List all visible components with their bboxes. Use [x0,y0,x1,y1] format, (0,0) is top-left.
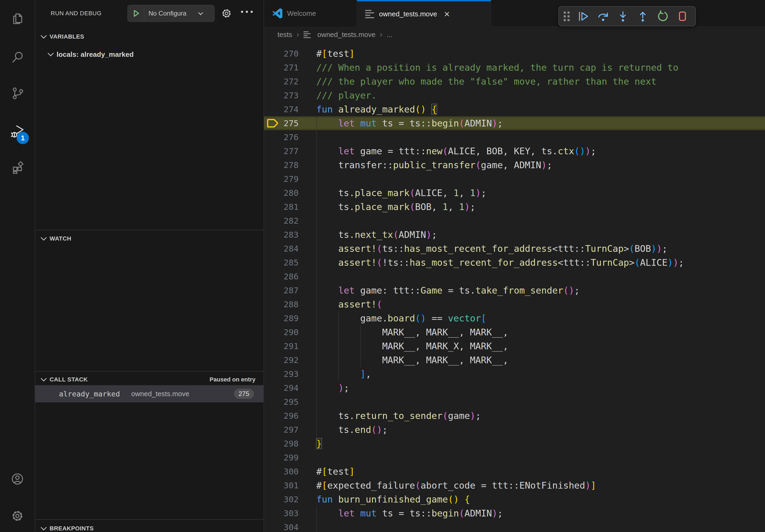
line-number[interactable]: 277 [264,144,299,158]
line-number[interactable]: 278 [264,158,299,172]
continue-icon[interactable] [577,10,589,23]
code-line-296[interactable]: 296 ts.return_to_sender(game); [264,409,765,423]
code-line-282[interactable]: 282 [264,214,765,228]
code-line-298[interactable]: 298} [264,437,765,450]
line-number[interactable]: 270 [264,47,299,61]
stop-icon[interactable] [676,10,689,23]
code-line-275[interactable]: 275 let mut ts = ts::begin(ADMIN); [264,116,765,130]
code-line-299[interactable]: 299 [264,450,765,464]
line-number[interactable]: 288 [264,297,299,311]
step-out-icon[interactable] [637,10,649,23]
code-line-294[interactable]: 294 ); [264,381,765,395]
breadcrumb-item-more[interactable]: ... [387,31,393,39]
code-line-304[interactable]: 304 [264,520,765,532]
code-area[interactable]: 270#[test]271/// When a position is alre… [264,42,765,532]
code-line-272[interactable]: 272/// the player who made the "false" m… [264,75,765,89]
line-number[interactable]: 302 [264,492,299,506]
extensions-icon[interactable] [11,161,24,174]
line-number[interactable]: 281 [264,200,299,214]
code-line-288[interactable]: 288 assert!( [264,297,765,311]
line-number[interactable]: 280 [264,186,299,200]
line-number[interactable]: 301 [264,478,299,492]
breadcrumb-item-file[interactable]: owned_tests.move [318,31,376,39]
search-icon[interactable] [11,51,24,64]
config-dropdown-label[interactable]: No Configura [149,10,198,17]
code-line-297[interactable]: 297 ts.end(); [264,423,765,437]
code-line-295[interactable]: 295 [264,395,765,409]
line-number[interactable]: 291 [264,339,299,353]
call-stack-frame-row[interactable]: already_marked owned_tests.move 275 [35,385,264,402]
code-line-303[interactable]: 303 let mut ts = ts::begin(ADMIN); [264,506,765,520]
account-icon[interactable] [11,472,24,485]
line-number[interactable]: 292 [264,353,299,367]
code-line-291[interactable]: 291 MARK__, MARK_X, MARK__, [264,339,765,353]
more-actions-icon[interactable] [241,11,253,13]
close-icon[interactable]: × [444,9,450,19]
start-debug-config-button[interactable]: No Configura [127,5,215,22]
code-line-289[interactable]: 289 game.board() == vector[ [264,311,765,325]
line-number[interactable]: 294 [264,381,299,395]
variables-section-header[interactable]: VARIABLES [35,30,264,43]
line-number[interactable]: 289 [264,311,299,325]
code-line-292[interactable]: 292 MARK__, MARK__, MARK__, [264,353,765,367]
code-line-284[interactable]: 284 assert!(ts::has_most_recent_for_addr… [264,242,765,256]
line-number[interactable]: 272 [264,75,299,89]
code-line-301[interactable]: 301#[expected_failure(abort_code = ttt::… [264,478,765,492]
tab-welcome[interactable]: Welcome [264,0,357,27]
code-line-286[interactable]: 286 [264,269,765,283]
line-number[interactable]: 299 [264,450,299,464]
line-number[interactable]: 283 [264,228,299,242]
code-line-285[interactable]: 285 assert!(!ts::has_most_recent_for_add… [264,256,765,269]
code-line-274[interactable]: 274fun already_marked() { [264,102,765,116]
code-line-283[interactable]: 283 ts.next_tx(ADMIN); [264,228,765,242]
start-debug-play-icon[interactable] [128,5,144,22]
code-line-270[interactable]: 270#[test] [264,47,765,61]
tab-owned-tests-move[interactable]: owned_tests.move × [357,0,491,27]
line-number[interactable]: 286 [264,269,299,283]
line-number[interactable]: 287 [264,283,299,297]
code-line-277[interactable]: 277 let game = ttt::new(ALICE, BOB, KEY,… [264,144,765,158]
line-number[interactable]: 293 [264,367,299,381]
code-line-281[interactable]: 281 ts.place_mark(BOB, 1, 1); [264,200,765,214]
line-number[interactable]: 279 [264,172,299,186]
code-line-273[interactable]: 273/// player. [264,89,765,102]
line-number[interactable]: 295 [264,395,299,409]
line-number[interactable]: 297 [264,423,299,437]
line-number[interactable]: 284 [264,242,299,256]
line-number[interactable]: 282 [264,214,299,228]
restart-icon[interactable] [656,10,669,23]
code-line-302[interactable]: 302fun burn_unfinished_game() { [264,492,765,506]
line-number[interactable]: 276 [264,130,299,144]
settings-gear-icon[interactable] [11,509,24,522]
toolbar-drag-grip[interactable] [564,12,570,21]
code-line-300[interactable]: 300#[test] [264,464,765,478]
variables-scope-row[interactable]: locals: already_marked [35,48,264,61]
code-line-278[interactable]: 278 transfer::public_transfer(game, ADMI… [264,158,765,172]
chevron-down-icon[interactable] [198,10,203,15]
debug-settings-gear-icon[interactable] [221,8,232,19]
line-number[interactable]: 296 [264,409,299,423]
line-number[interactable]: 274 [264,102,299,116]
code-line-271[interactable]: 271/// When a position is already marked… [264,61,765,75]
line-number[interactable]: 304 [264,520,299,532]
line-number[interactable]: 285 [264,256,299,269]
code-line-287[interactable]: 287 let game: ttt::Game = ts.take_from_s… [264,283,765,297]
line-number[interactable]: 290 [264,325,299,339]
call-stack-section-header[interactable]: CALL STACK Paused on entry [35,373,264,386]
code-line-276[interactable]: 276 [264,130,765,144]
code-line-293[interactable]: 293 ], [264,367,765,381]
line-number[interactable]: 271 [264,61,299,75]
code-line-279[interactable]: 279 [264,172,765,186]
step-over-icon[interactable] [597,10,609,23]
line-number[interactable]: 300 [264,464,299,478]
step-into-icon[interactable] [617,10,629,23]
line-number[interactable]: 303 [264,506,299,520]
code-line-280[interactable]: 280 ts.place_mark(ALICE, 1, 1); [264,186,765,200]
source-control-icon[interactable] [11,87,24,100]
line-number[interactable]: 298 [264,437,299,450]
breakpoints-section-header[interactable]: BREAKPOINTS [35,522,264,532]
line-number[interactable]: 273 [264,89,299,102]
code-line-290[interactable]: 290 MARK__, MARK__, MARK__, [264,325,765,339]
explorer-icon[interactable] [11,12,24,25]
breadcrumb-item-tests[interactable]: tests [278,31,292,39]
